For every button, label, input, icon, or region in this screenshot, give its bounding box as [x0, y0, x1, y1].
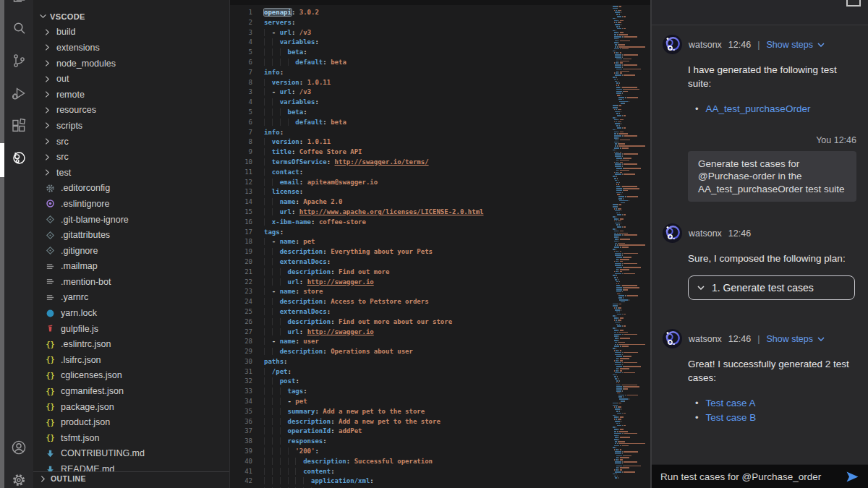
- file-row-.yarnrc[interactable]: .yarnrc: [33, 290, 229, 306]
- code-line: 20 externalDocs:: [230, 257, 611, 267]
- folder-row-resources[interactable]: resources: [33, 103, 229, 119]
- folder-row-scripts[interactable]: scripts: [33, 118, 229, 134]
- file-row-.eslintrc.json[interactable]: {}.eslintrc.json: [33, 336, 229, 352]
- folder-row-src[interactable]: src: [33, 149, 229, 165]
- folder-row-out[interactable]: out: [33, 71, 229, 87]
- file-row-tsfmt.json[interactable]: {}tsfmt.json: [33, 430, 229, 446]
- show-steps-link[interactable]: Show steps: [766, 40, 825, 50]
- json-file-icon: {}: [45, 388, 56, 395]
- line-number: 29: [230, 347, 252, 357]
- line-number: 30: [230, 357, 252, 367]
- line-number: 23: [230, 287, 252, 297]
- file-row-.gitattributes[interactable]: .gitattributes: [33, 227, 229, 243]
- line-number: 34: [230, 397, 252, 407]
- folder-row-build[interactable]: build: [33, 25, 229, 40]
- line-number: 27: [230, 328, 252, 338]
- chat-link[interactable]: Test case A: [706, 396, 756, 411]
- file-row-.lsifrc.json[interactable]: {}.lsifrc.json: [33, 352, 229, 368]
- file-row-yarn.lock[interactable]: yarn.lock: [33, 305, 229, 321]
- line-number: 3: [230, 87, 252, 98]
- plan-step-expander[interactable]: 1. Generate test cases: [688, 275, 855, 300]
- folder-label: src: [56, 152, 69, 162]
- send-icon[interactable]: [846, 471, 859, 482]
- activity-item-source-control[interactable]: [4, 46, 33, 78]
- minimap[interactable]: [611, 6, 647, 488]
- bot-message: watsonx12:46|Show stepsI have generated …: [652, 35, 868, 116]
- explorer-root-header[interactable]: VSCODE: [33, 9, 229, 25]
- folder-row-node_modules[interactable]: node_modules: [33, 56, 229, 72]
- activity-item-extensions[interactable]: [4, 111, 33, 143]
- folder-label: build: [56, 27, 75, 37]
- file-row-.git-blame-ignore[interactable]: .git-blame-ignore: [33, 212, 229, 228]
- file-row-.mailmap[interactable]: .mailmap: [33, 259, 229, 275]
- code-line: 30paths:: [230, 357, 611, 367]
- file-row-.mention-bot[interactable]: .mention-bot: [33, 274, 229, 290]
- chevron-right-icon: [41, 475, 46, 484]
- code-line: 38 responses:: [230, 437, 611, 447]
- chat-link[interactable]: AA_test_purchaseOrder: [706, 102, 811, 116]
- activity-item-watsonx[interactable]: [4, 143, 33, 176]
- user-message-meta: You 12:46: [816, 135, 856, 145]
- file-row-package.json[interactable]: {}package.json: [33, 399, 229, 415]
- file-label: README.md: [61, 464, 114, 471]
- code-line: 6 default: beta: [230, 58, 611, 68]
- code-line: 22 url: http://swagger.io: [230, 278, 611, 288]
- file-row-product.json[interactable]: {}product.json: [33, 414, 229, 430]
- code-line: 9 title: Coffee Store API: [230, 147, 611, 158]
- json-file-icon: {}: [45, 403, 56, 411]
- activity-item-accounts[interactable]: [4, 432, 33, 465]
- line-number: 3: [230, 28, 252, 38]
- file-row-gulpfile.js[interactable]: gulpfile.js: [33, 321, 229, 337]
- code-line: 32 post:: [230, 377, 611, 387]
- message-text: Great! I successfully generated 2 test c…: [688, 357, 856, 385]
- eslint-file-icon: [45, 199, 56, 208]
- chevron-right-icon: [45, 168, 56, 176]
- file-row-cgmanifest.json[interactable]: {}cgmanifest.json: [33, 383, 229, 399]
- editor-tab-strip: [230, 0, 650, 5]
- chevron-right-icon: [45, 121, 56, 129]
- chevron-down-icon: [817, 337, 825, 341]
- yarn-file-icon: [45, 309, 56, 318]
- file-row-.eslintignore[interactable]: .eslintignore: [33, 196, 229, 212]
- file-label: gulpfile.js: [61, 324, 98, 334]
- conf-file-icon: [45, 277, 56, 286]
- folder-row-src[interactable]: src: [33, 134, 229, 150]
- file-row-CONTRIBUTING.md[interactable]: CONTRIBUTING.md: [33, 446, 229, 462]
- editor-code[interactable]: 1openapi: 3.0.22servers:3 - url: /v34 va…: [230, 5, 611, 488]
- file-row-README.md[interactable]: README.md: [33, 461, 229, 471]
- chat-message-list: watsonx12:46|Show stepsI have generated …: [652, 25, 868, 464]
- code-line: 13 license:: [230, 187, 611, 197]
- conf-file-icon: [45, 293, 56, 302]
- chat-input[interactable]: [660, 471, 846, 482]
- line-number: 39: [230, 447, 252, 457]
- folder-row-extensions[interactable]: extensions: [33, 40, 229, 56]
- chevron-right-icon: [45, 90, 56, 98]
- file-row-cglicenses.json[interactable]: {}cglicenses.json: [33, 368, 229, 384]
- activity-item-explorer[interactable]: [4, 0, 33, 13]
- line-number: 5: [230, 48, 252, 58]
- code-line: 33 tags:: [230, 387, 611, 397]
- code-line: 8 version: 1.0.11: [230, 137, 611, 147]
- folder-row-remote[interactable]: remote: [33, 87, 229, 103]
- git-file-icon: [45, 231, 56, 240]
- file-row-.gitignore[interactable]: .gitignore: [33, 243, 229, 259]
- file-label: product.json: [61, 417, 110, 427]
- watsonx-avatar-icon: [663, 329, 682, 348]
- folder-label: src: [56, 137, 69, 147]
- activity-item-search[interactable]: [4, 13, 33, 46]
- line-number: 35: [230, 407, 252, 417]
- file-row-.editorconfig[interactable]: .editorconfig: [33, 181, 229, 197]
- chat-link[interactable]: Test case B: [706, 411, 757, 425]
- folder-label: scripts: [56, 121, 82, 131]
- show-steps-link[interactable]: Show steps: [766, 334, 825, 344]
- line-number: 28: [230, 337, 252, 347]
- run-debug-icon: [11, 85, 27, 104]
- outline-section-header[interactable]: OUTLINE: [33, 471, 229, 488]
- git-file-icon: [45, 215, 56, 224]
- folder-row-test[interactable]: test: [33, 165, 229, 181]
- restore-window-icon[interactable]: [846, 0, 861, 7]
- activity-item-run-debug[interactable]: [4, 78, 33, 111]
- folder-label: test: [56, 168, 71, 178]
- activity-item-settings[interactable]: [4, 465, 33, 488]
- code-line: 37 operationId: addPet: [230, 427, 611, 437]
